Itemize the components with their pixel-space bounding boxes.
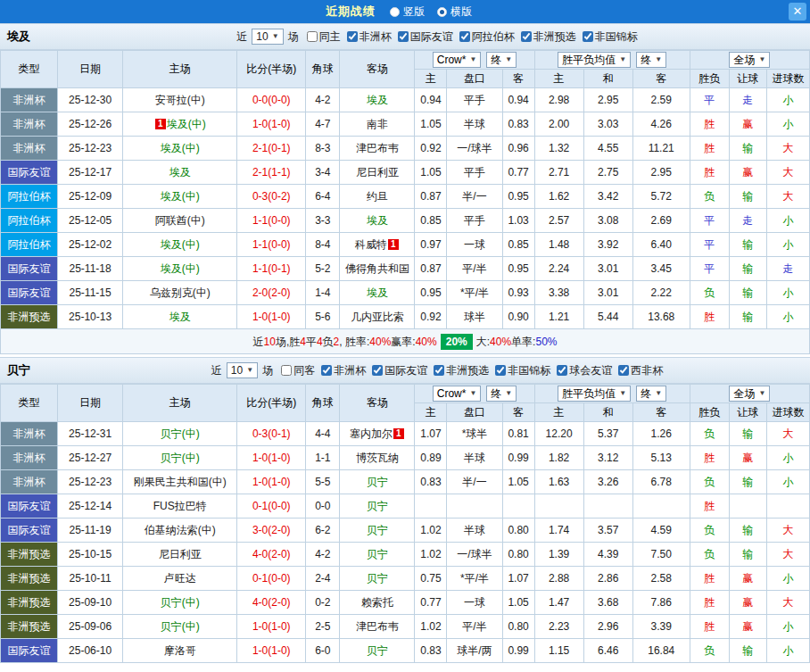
handicap-cell: 半球 <box>447 519 502 543</box>
red-card-badge: 1 <box>388 239 399 250</box>
odds-away-cell: 0.99 <box>502 446 534 470</box>
handicap-result-cell: 输 <box>729 422 766 446</box>
corner-cell: 4-7 <box>306 112 340 137</box>
avg-final-select[interactable]: 终▼ <box>636 386 666 402</box>
topbar: 近期战绩 竖版 横版 ✕ <box>0 0 810 23</box>
league-checkbox-3[interactable]: 非洲预选 <box>521 29 576 45</box>
match-type-badge: 非洲杯 <box>1 137 58 161</box>
league-checkbox-0-label: 非洲杯 <box>334 363 366 378</box>
league-checkbox-1-input[interactable] <box>398 31 409 42</box>
league-checkbox-1[interactable]: 国际友谊 <box>372 363 427 378</box>
avg-draw-cell: 5.44 <box>583 305 632 329</box>
handicap-cell: 平手 <box>447 209 502 233</box>
same-venue-checkbox[interactable]: 同客 <box>281 363 315 378</box>
odds-home-cell: 1.02 <box>415 615 447 639</box>
match-type-badge: 非洲预选 <box>1 615 58 639</box>
scope-select[interactable]: 全场▼ <box>729 386 770 402</box>
league-checkbox-3-input[interactable] <box>495 365 506 376</box>
score-cell: 1-1(0-0) <box>237 209 306 233</box>
score-cell: 0-3(0-1) <box>237 422 306 446</box>
recent-count-select[interactable]: 10▼ <box>227 362 258 378</box>
layout-vertical-radio[interactable]: 竖版 <box>390 4 425 20</box>
league-checkbox-0[interactable]: 非洲杯 <box>347 29 392 45</box>
league-checkbox-4-input[interactable] <box>583 31 593 42</box>
column-header: 主场 <box>123 51 237 88</box>
corner-cell: 2-4 <box>306 567 340 591</box>
avg-away-cell: 4.26 <box>632 112 690 137</box>
summary-segment: 负 <box>323 335 334 349</box>
odds-home-cell <box>415 494 447 519</box>
avg-select[interactable]: 胜平负均值▼ <box>558 52 631 68</box>
team-label: 塞内加尔 <box>350 427 393 440</box>
match-date: 25-12-23 <box>58 137 123 161</box>
summary-segment: 近 <box>253 335 264 349</box>
summary-segment: 大: <box>476 335 490 349</box>
summary-segment: 40% <box>369 335 391 349</box>
league-checkbox-2[interactable]: 非洲预选 <box>434 363 489 378</box>
match-date: 25-09-06 <box>58 615 123 639</box>
handicap-result-cell: 输 <box>729 519 766 543</box>
odds-home-cell: 1.02 <box>415 519 447 543</box>
scope-select[interactable]: 全场▼ <box>729 52 770 68</box>
close-button[interactable]: ✕ <box>789 3 806 21</box>
league-checkbox-0-input[interactable] <box>321 365 332 376</box>
league-checkbox-2[interactable]: 阿拉伯杯 <box>459 29 515 45</box>
team-section-2: 贝宁近10▼场同客非洲杯国际友谊非洲预选非国锦标球会友谊西非杯类型日期主场比分(… <box>0 357 810 663</box>
league-checkbox-2-input[interactable] <box>459 31 470 42</box>
league-checkbox-0-input[interactable] <box>347 31 358 42</box>
same-venue-checkbox-input[interactable] <box>307 31 318 42</box>
handicap-cell: 平/半 <box>447 257 502 281</box>
recent-count-select[interactable]: 10▼ <box>252 29 283 45</box>
result-cell: 胜 <box>690 615 729 639</box>
score-cell: 2-0(2-0) <box>237 281 306 305</box>
away-team-cell: 贝宁 <box>340 543 415 567</box>
sub-column-header: 和 <box>583 70 632 88</box>
odds-final-select[interactable]: 终▼ <box>486 52 517 68</box>
league-checkbox-5[interactable]: 西非杯 <box>618 363 663 378</box>
summary-segment: 场,胜 <box>276 335 300 349</box>
league-checkbox-3[interactable]: 非国锦标 <box>495 363 550 378</box>
match-row: 非洲预选25-10-13埃及1-0(1-0)5-6几内亚比索0.92球半0.90… <box>1 305 810 329</box>
bookmaker-select[interactable]: Crow*▼ <box>433 52 482 68</box>
odds-final-select[interactable]: 终▼ <box>486 386 517 402</box>
layout-horizontal-radio[interactable]: 横版 <box>437 4 472 20</box>
league-checkbox-5-input[interactable] <box>618 365 629 376</box>
avg-draw-cell: 2.86 <box>583 567 632 591</box>
league-checkbox-1-input[interactable] <box>372 365 383 376</box>
avg-select[interactable]: 胜平负均值▼ <box>558 386 631 402</box>
handicap-result-cell: 输 <box>729 639 766 663</box>
league-checkbox-1[interactable]: 国际友谊 <box>398 29 453 45</box>
avg-away-cell: 4.59 <box>632 519 690 543</box>
odds-home-cell: 0.85 <box>415 209 447 233</box>
league-checkbox-3-input[interactable] <box>521 31 532 42</box>
league-checkbox-2-input[interactable] <box>434 365 444 376</box>
league-checkbox-4[interactable]: 非国锦标 <box>583 29 638 45</box>
summary-segment: 50% <box>535 335 557 349</box>
goals-result-cell: 大 <box>766 543 809 567</box>
avg-draw-cell: 2.96 <box>583 615 632 639</box>
corner-cell: 1-4 <box>306 281 340 305</box>
league-checkbox-4-input[interactable] <box>557 365 567 376</box>
handicap-cell: *平/半 <box>447 281 502 305</box>
home-team-cell: 埃及(中) <box>123 137 237 161</box>
avg-draw-cell: 4.39 <box>583 543 632 567</box>
chevron-down-icon: ▼ <box>758 387 765 400</box>
odds-away-cell: 0.77 <box>502 161 534 185</box>
home-team-cell: 埃及 <box>123 161 237 185</box>
league-checkbox-4[interactable]: 球会友谊 <box>557 363 612 378</box>
odds-away-cell: 0.95 <box>502 185 534 209</box>
handicap-result-cell: 赢 <box>729 567 766 591</box>
score-cell: 1-1(0-0) <box>237 233 306 257</box>
sub-column-header: 主 <box>415 70 447 88</box>
match-row: 国际友谊25-12-17埃及2-1(1-1)3-4尼日利亚1.05平手0.772… <box>1 161 810 185</box>
bookmaker-select[interactable]: Crow*▼ <box>433 386 482 402</box>
same-venue-checkbox-input[interactable] <box>281 365 292 376</box>
team-label: 埃及(中) <box>161 238 200 251</box>
league-checkbox-0[interactable]: 非洲杯 <box>321 363 366 378</box>
team-label: 贝宁(中) <box>161 452 200 464</box>
odds-away-cell: 0.94 <box>502 88 534 112</box>
same-venue-checkbox[interactable]: 同主 <box>307 29 341 45</box>
summary-segment: 4 <box>300 335 306 349</box>
avg-draw-cell <box>583 494 632 519</box>
avg-final-select[interactable]: 终▼ <box>636 52 666 68</box>
